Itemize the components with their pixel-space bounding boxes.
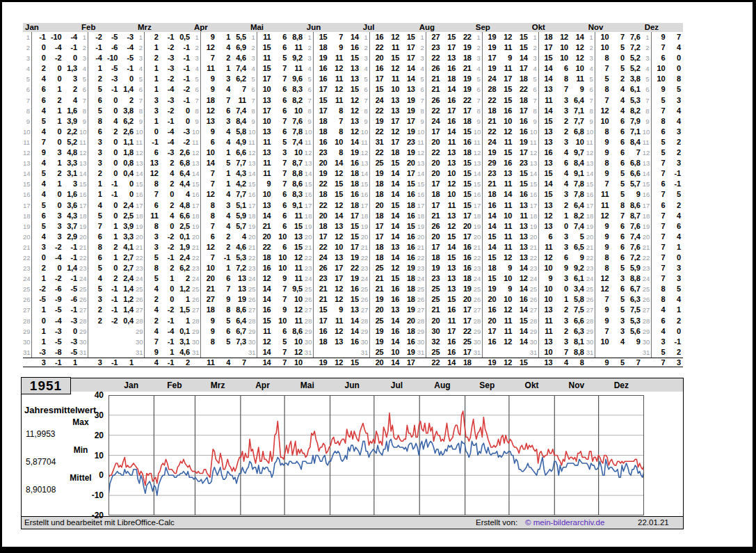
day-number: 28	[248, 316, 257, 326]
month-header: Jul	[361, 23, 417, 32]
value-cell: 2	[554, 127, 570, 137]
value-cell: 17	[370, 221, 386, 232]
value-cell: 4	[611, 84, 627, 95]
value-cell: 11	[385, 42, 401, 53]
value-cell: 7	[652, 42, 668, 53]
value-cell: 5,7	[232, 221, 248, 232]
value-cell: 9	[652, 32, 668, 42]
value-cell: 13	[345, 305, 361, 315]
value-cell: 15	[539, 168, 555, 179]
value-cell: 12	[201, 106, 217, 116]
value-cell: 12	[498, 253, 514, 263]
day-number: 18	[192, 211, 201, 221]
value-cell: 5	[611, 168, 627, 179]
value-cell: 2	[145, 53, 161, 63]
value-cell: 1	[104, 253, 120, 263]
value-cell: 21	[201, 284, 217, 294]
value-cell: -3	[48, 326, 64, 337]
value-cell: 3	[611, 316, 627, 326]
day-number: 26	[136, 294, 145, 305]
value-cell: 16	[345, 189, 361, 200]
value-cell: 6,6	[176, 211, 192, 221]
value-cell: 5	[32, 221, 48, 232]
value-cell: 9	[627, 337, 643, 347]
value-cell: 15	[385, 158, 401, 168]
mean-value-cell: 1	[63, 358, 79, 367]
day-number: 12	[192, 147, 201, 158]
value-cell: 2	[161, 158, 177, 168]
mean-value-cell: 4	[217, 358, 233, 367]
value-cell: 24	[314, 253, 330, 263]
value-cell: -1	[161, 337, 177, 347]
day-number: 21	[474, 242, 483, 253]
value-cell: 9	[330, 42, 346, 53]
day-number: 29	[23, 326, 32, 337]
value-cell: 1	[48, 116, 64, 127]
value-cell: 8,6	[289, 326, 305, 337]
day-number: 27	[361, 305, 370, 315]
value-cell: 1	[32, 337, 48, 347]
value-cell: -1	[161, 116, 177, 127]
value-cell: 17	[370, 232, 386, 242]
day-number: 18	[417, 211, 426, 221]
footer-copyright-link[interactable]: © mein-bilderarchiv.de	[525, 518, 604, 527]
value-cell: 0	[48, 74, 64, 84]
value-cell: 11	[498, 137, 514, 147]
value-cell: 0	[63, 326, 79, 337]
day-number: 15	[417, 179, 426, 189]
month-grid: 1271522223171932213184261621521181962114…	[417, 32, 474, 358]
value-cell: 0	[48, 137, 64, 147]
day-number: 22	[305, 253, 314, 263]
value-cell: -4	[120, 42, 136, 53]
value-cell: 15	[345, 84, 361, 95]
value-cell: 7,6	[627, 221, 643, 232]
value-cell: 10	[498, 294, 514, 305]
day-number: 18	[530, 211, 539, 221]
mean-day-spacer	[23, 358, 32, 367]
value-cell: 10	[201, 147, 217, 158]
value-cell: 8	[595, 53, 611, 63]
value-cell: 10	[273, 253, 289, 263]
value-cell: 8,3	[289, 189, 305, 200]
value-cell: 7,2	[232, 263, 248, 273]
value-cell: 2	[63, 84, 79, 95]
value-cell: 10	[257, 84, 273, 95]
value-cell: -2	[48, 53, 64, 63]
day-number: 11	[192, 137, 201, 147]
value-cell: 1,2	[120, 294, 136, 305]
month-group-apr: Apr1915,521246,93724,641117,45936,269477…	[192, 23, 248, 367]
chart-month-label: Apr	[239, 380, 287, 390]
value-cell: 5	[611, 189, 627, 200]
value-cell	[88, 347, 104, 358]
day-number: 15	[530, 179, 539, 189]
value-cell: 9	[539, 273, 555, 284]
month-header: Apr	[192, 23, 248, 32]
day-number: 12	[136, 147, 145, 158]
value-cell: 7	[273, 116, 289, 127]
value-cell: 8	[330, 106, 346, 116]
value-cell: 10	[257, 116, 273, 127]
value-cell: 1	[48, 158, 64, 168]
mean-value-cell: 20	[370, 358, 386, 367]
value-cell: 16	[483, 200, 499, 211]
value-cell: 9	[627, 189, 643, 200]
day-number: 12	[586, 147, 595, 158]
value-cell: 18	[401, 200, 417, 211]
value-cell: 7,4	[289, 137, 305, 147]
day-number: 24	[530, 273, 539, 284]
value-cell: 21	[483, 179, 499, 189]
day-number: 29	[79, 326, 88, 337]
day-number: 19	[417, 221, 426, 232]
value-cell: 0,1	[176, 232, 192, 242]
mean-value-cell: -1	[104, 358, 120, 367]
value-cell: 12	[385, 127, 401, 137]
value-cell: 18	[314, 127, 330, 137]
value-cell: 0	[104, 263, 120, 273]
value-cell: 14	[345, 316, 361, 326]
day-number: 21	[136, 242, 145, 253]
value-cell	[120, 347, 136, 358]
value-cell	[627, 347, 643, 358]
value-cell: 0	[554, 284, 570, 294]
month-header: Aug	[417, 23, 474, 32]
day-number: 19	[305, 221, 314, 232]
